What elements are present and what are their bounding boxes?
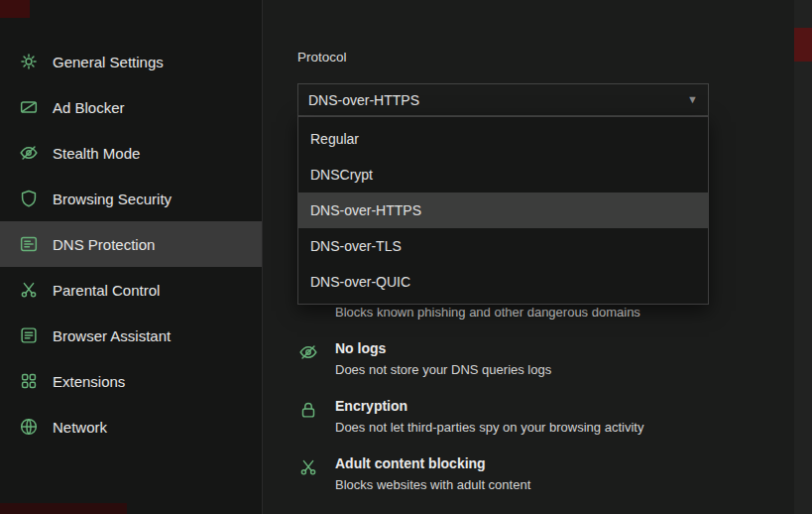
lock-icon — [297, 399, 319, 421]
dropdown-option-dns-over-https[interactable]: DNS-over-HTTPS — [298, 193, 708, 228]
ad-blocker-icon — [18, 96, 40, 118]
option-label: DNS-over-QUIC — [310, 274, 410, 290]
feature-encryption: Encryption Does not let third-parties sp… — [297, 397, 763, 436]
sidebar-item-label: Browsing Security — [53, 191, 172, 207]
feature-title: Encryption — [335, 397, 763, 415]
protocol-select[interactable]: DNS-over-HTTPS ▼ — [297, 83, 709, 116]
feature-adult-content-blocking: Adult content blocking Blocks websites w… — [297, 454, 763, 493]
sidebar-item-label: DNS Protection — [53, 236, 155, 253]
app-window: General Settings Ad Blocker — [0, 0, 812, 514]
sidebar-item-browser-assistant[interactable]: Browser Assistant — [0, 313, 262, 358]
sidebar-item-label: Extensions — [53, 373, 125, 390]
window-artifact-right — [794, 28, 812, 62]
sidebar-item-extensions[interactable]: Extensions — [0, 358, 262, 404]
sidebar-item-network[interactable]: Network — [0, 404, 262, 450]
option-label: DNS-over-HTTPS — [310, 202, 421, 218]
right-edge-strip — [794, 0, 812, 514]
sidebar-item-label: Browser Assistant — [53, 327, 171, 344]
option-label: Regular — [310, 131, 359, 147]
feature-desc: Blocks known phishing and other dangerou… — [335, 304, 763, 321]
sidebar-item-stealth-mode[interactable]: Stealth Mode — [0, 130, 262, 176]
feature-desc: Does not let third-parties spy on your b… — [335, 419, 763, 436]
sidebar-item-general-settings[interactable]: General Settings — [0, 39, 262, 84]
protocol-label: Protocol — [297, 50, 347, 64]
feature-title: Adult content blocking — [335, 454, 763, 472]
option-label: DNSCrypt — [310, 167, 373, 183]
dns-feature-list: Blocks known phishing and other dangerou… — [297, 282, 763, 512]
feature-no-logs: No logs Does not store your DNS queries … — [297, 339, 763, 378]
settings-sidebar: General Settings Ad Blocker — [0, 0, 263, 514]
extensions-grid-icon — [18, 370, 40, 392]
sidebar-item-ad-blocker[interactable]: Ad Blocker — [0, 84, 262, 130]
scissors-icon — [297, 456, 319, 478]
feature-title: No logs — [335, 339, 763, 357]
shield-icon — [18, 188, 40, 209]
sidebar-item-label: Parental Control — [53, 282, 160, 299]
stealth-eye-icon — [18, 142, 40, 164]
window-artifact-bottom-left — [0, 503, 127, 514]
crossed-eye-icon — [297, 341, 319, 363]
protocol-select-value: DNS-over-HTTPS — [308, 92, 419, 108]
sidebar-item-label: General Settings — [53, 54, 164, 70]
option-label: DNS-over-TLS — [310, 238, 402, 254]
chevron-down-icon: ▼ — [687, 94, 698, 105]
dns-protection-panel: Protocol DNS-over-HTTPS ▼ Blocks known p… — [264, 0, 794, 514]
scissors-icon — [18, 279, 40, 301]
gear-icon — [18, 51, 40, 72]
dropdown-option-dns-over-quic[interactable]: DNS-over-QUIC — [298, 264, 708, 300]
window-artifact-top-left — [0, 0, 30, 18]
dropdown-option-dnscrypt[interactable]: DNSCrypt — [298, 157, 708, 193]
dropdown-option-dns-over-tls[interactable]: DNS-over-TLS — [298, 228, 708, 264]
protocol-dropdown-menu: Regular DNSCrypt DNS-over-HTTPS DNS-over… — [297, 116, 709, 305]
sidebar-item-label: Network — [53, 419, 107, 436]
dns-server-icon — [18, 233, 40, 255]
sidebar-item-label: Ad Blocker — [53, 99, 125, 116]
globe-icon — [18, 416, 40, 438]
sidebar-item-dns-protection[interactable]: DNS Protection — [0, 221, 262, 267]
sidebar-item-browsing-security[interactable]: Browsing Security — [0, 176, 262, 221]
sidebar-item-label: Stealth Mode — [53, 145, 140, 162]
assistant-panel-icon — [18, 324, 40, 346]
sidebar-item-parental-control[interactable]: Parental Control — [0, 267, 262, 313]
dropdown-option-regular[interactable]: Regular — [298, 121, 708, 157]
feature-desc: Blocks websites with adult content — [335, 476, 763, 493]
feature-desc: Does not store your DNS queries logs — [335, 361, 763, 378]
sidebar-list: General Settings Ad Blocker — [0, 39, 262, 450]
